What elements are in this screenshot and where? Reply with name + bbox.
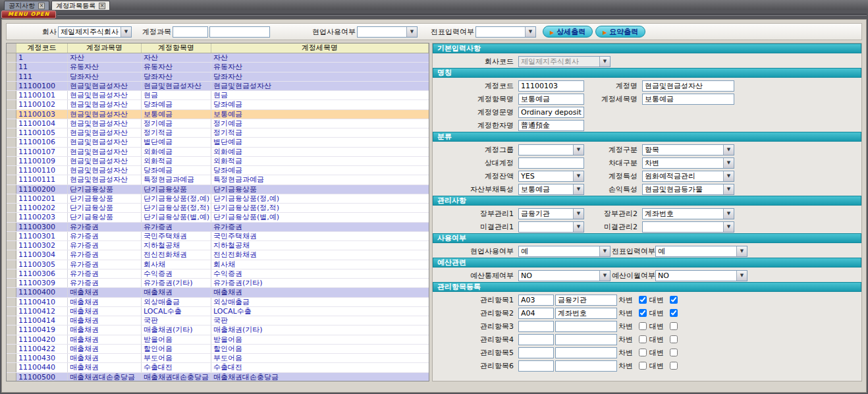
account-code-input[interactable]: [518, 80, 584, 92]
mgmt-item-code-input[interactable]: [518, 321, 554, 332]
book-mgmt2-select[interactable]: 계좌번호: [642, 208, 734, 219]
table-row[interactable]: 11100302유가증권지하철공채지하철공채: [7, 241, 429, 250]
header-account-code[interactable]: 계정코드: [16, 43, 68, 53]
tab-account-registration[interactable]: 계정과목등록: [51, 1, 110, 10]
mgmt-item-code-input[interactable]: [518, 334, 554, 345]
table-row[interactable]: 11100104현금및현금성자산정기예금정기예금: [7, 119, 429, 128]
field-use-filter-select[interactable]: [357, 26, 418, 38]
table-row[interactable]: 11100101현금및현금성자산현금현금: [7, 91, 429, 100]
table-row[interactable]: 11100102현금및현금성자산당좌예금당좌예금: [7, 100, 429, 109]
table-row[interactable]: 11100201단기금융상품단기금융상품(정,예)단기금융상품(정,예): [7, 194, 429, 204]
table-row[interactable]: 11100202단기금융상품단기금융상품(정,적)단기금융상품(정,적): [7, 204, 429, 213]
table-row[interactable]: 11100107현금및현금성자산외화예금외화예금: [7, 148, 429, 157]
table-row[interactable]: 11100103현금및현금성자산보통예금보통예금: [7, 110, 429, 119]
asset-liability-characteristic-select[interactable]: 보통예금: [518, 184, 584, 195]
mgmt-item-name-input[interactable]: [555, 347, 617, 358]
pending-mgmt1-select[interactable]: [518, 221, 584, 233]
mgmt-item-name-input[interactable]: [555, 334, 617, 345]
credit-checkbox[interactable]: [670, 349, 678, 356]
book-mgmt1-select[interactable]: 금융기관: [518, 208, 584, 219]
budget-control-select[interactable]: NO: [518, 270, 610, 281]
detail-print-button[interactable]: 상세출력: [543, 26, 593, 38]
table-row[interactable]: 11100300유가증권유가증권유가증권: [7, 223, 429, 232]
debit-checkbox[interactable]: [639, 296, 647, 304]
table-row[interactable]: 11100414매출채권국판국판: [7, 316, 429, 325]
mgmt-item-name-input[interactable]: [555, 321, 617, 332]
account-name-input[interactable]: [642, 80, 734, 92]
debit-checkbox[interactable]: [639, 335, 647, 343]
cell-item: 외화예금: [142, 148, 211, 156]
table-row[interactable]: 11유동자산유동자산유동자산: [7, 63, 429, 72]
company-select[interactable]: 제일제지주식회사: [58, 26, 132, 38]
header-account-name[interactable]: 계정과목명: [68, 43, 142, 53]
table-row[interactable]: 11100430매출채권부도어음부도어음: [7, 354, 429, 363]
slip-entry-select[interactable]: 예: [655, 246, 747, 257]
mgmt-item-code-input[interactable]: [518, 360, 554, 372]
mgmt-item-code-input[interactable]: [518, 295, 554, 306]
mgmt-item-name-input[interactable]: [555, 360, 617, 372]
table-row[interactable]: 11100440매출채권수출대전수출대전: [7, 363, 429, 372]
header-detail-name[interactable]: 계정세목명: [211, 43, 429, 53]
table-row[interactable]: 11100110현금및현금성자산당좌예금당좌예금: [7, 166, 429, 175]
table-row[interactable]: 111당좌자산당좌자산당좌자산: [7, 72, 429, 82]
tab-notice[interactable]: 공지사항: [4, 1, 49, 10]
table-row[interactable]: 11100422매출채권할인어음할인어음: [7, 345, 429, 354]
table-row[interactable]: 11100111현금및현금성자산특정현금과예금특정현금과예금: [7, 175, 429, 184]
credit-checkbox[interactable]: [670, 296, 678, 304]
credit-checkbox[interactable]: [670, 322, 678, 330]
table-row[interactable]: 11100500매출채권대손충당금매출채권대손충당금매출채권대손충당금: [7, 373, 429, 382]
table-row[interactable]: 11100203단기금융상품단기금융상품(별,예)단기금융상품(별,예): [7, 213, 429, 222]
table-row[interactable]: 11100306유가증권수익증권수익증권: [7, 269, 429, 279]
account-division-select[interactable]: 항목: [642, 144, 734, 155]
slip-entry-filter-select[interactable]: [475, 26, 536, 38]
summary-print-button[interactable]: 요약출력: [595, 26, 645, 38]
table-row[interactable]: 11100200단기금융상품단기금융상품단기금융상품: [7, 185, 429, 194]
debit-checkbox[interactable]: [639, 362, 647, 370]
close-icon[interactable]: [38, 3, 45, 9]
credit-checkbox[interactable]: [670, 362, 678, 370]
company-label: 회사: [42, 27, 57, 37]
mgmt-item-code-input[interactable]: [518, 308, 554, 319]
debit-checkbox[interactable]: [639, 322, 647, 330]
field-use-select[interactable]: 예: [518, 246, 610, 257]
counter-account-input[interactable]: [518, 157, 584, 169]
profit-loss-characteristic-select[interactable]: 현금및현금등가물: [642, 184, 734, 195]
mgmt-item-name-input[interactable]: [555, 308, 617, 319]
account-characteristic-select[interactable]: 원화예적금관리: [642, 171, 734, 182]
header-item-name[interactable]: 계정항목명: [142, 43, 211, 53]
detail-name-input[interactable]: [642, 94, 734, 105]
close-icon[interactable]: [99, 3, 105, 9]
table-row[interactable]: 11100100현금및현금성자산현금및현금성자산현금및현금성자산: [7, 82, 429, 91]
account-name-filter-input[interactable]: [209, 26, 270, 38]
debit-checkbox[interactable]: [639, 349, 647, 356]
credit-checkbox[interactable]: [670, 309, 678, 317]
table-row[interactable]: 11100412매출채권LOCAL수출LOCAL수출: [7, 307, 429, 316]
table-row[interactable]: 11100400매출채권매출채권매출채권: [7, 288, 429, 297]
account-balance-select[interactable]: YES: [518, 171, 584, 182]
table-row[interactable]: 1자산자산자산: [7, 53, 429, 63]
debit-checkbox[interactable]: [639, 309, 647, 317]
mgmt-item-code-input[interactable]: [518, 347, 554, 358]
table-row[interactable]: 11100301유가증권국민주택채권국민주택채권: [7, 232, 429, 241]
table-row[interactable]: 11100419매출채권매출채권(기타)매출채권(기타): [7, 325, 429, 335]
mgmt-item-name-input[interactable]: [555, 295, 617, 306]
english-name-input[interactable]: [518, 107, 584, 118]
table-row[interactable]: 11100106현금및현금성자산별단예금별단예금: [7, 138, 429, 147]
budget-carryover-select[interactable]: NO: [655, 270, 747, 281]
menu-open-button[interactable]: MENU OPEN: [1, 11, 56, 18]
table-row[interactable]: 11100305유가증권회사채회사채: [7, 260, 429, 269]
item-name-input[interactable]: [518, 94, 584, 105]
table-row[interactable]: 11100309유가증권유가증권(기타)유가증권(기타): [7, 279, 429, 288]
debit-credit-division-select[interactable]: 차변: [642, 157, 734, 169]
table-row[interactable]: 11100410매출채권외상매출금외상매출금: [7, 298, 429, 307]
account-group-select[interactable]: [518, 144, 584, 155]
table-row[interactable]: 11100420매출채권받을어음받을어음: [7, 335, 429, 345]
credit-checkbox[interactable]: [670, 335, 678, 343]
table-row[interactable]: 11100109현금및현금성자산외화적금외화적금: [7, 157, 429, 166]
pending-mgmt2-select[interactable]: [642, 221, 734, 233]
row-gutter: [7, 373, 16, 381]
hanja-name-input[interactable]: [518, 120, 584, 131]
table-row[interactable]: 11100304유가증권전신전화채권전신전화채권: [7, 250, 429, 260]
account-code-filter-input[interactable]: [173, 26, 208, 38]
table-row[interactable]: 11100105현금및현금성자산정기적금정기적금: [7, 128, 429, 138]
